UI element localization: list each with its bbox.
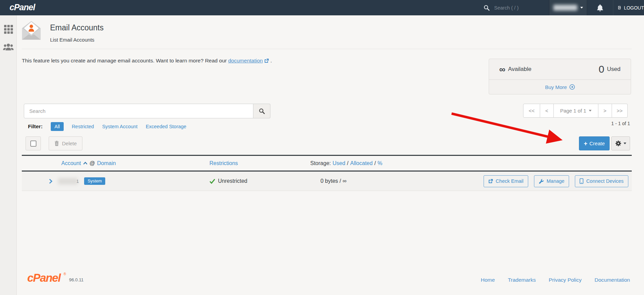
pagination-range: 1 - 1 of 1	[611, 121, 630, 126]
notifications-button[interactable]	[587, 0, 613, 15]
filter-label: Filter:	[28, 123, 43, 130]
cell-restrictions: Unrestricted	[209, 178, 308, 184]
filter-exceeded-storage[interactable]: Exceeded Storage	[146, 124, 186, 129]
sort-allocated-link[interactable]: Allocated	[350, 160, 373, 166]
documentation-link[interactable]: documentation	[228, 58, 269, 64]
footer-link-home[interactable]: Home	[481, 277, 495, 283]
logout-icon	[618, 5, 622, 10]
header-account-domain: Account @ Domain	[22, 160, 209, 166]
sidebar-item-user-manager[interactable]	[0, 38, 17, 56]
sort-restrictions-link[interactable]: Restrictions	[209, 160, 238, 166]
header-restrictions: Restrictions	[209, 160, 308, 166]
header-divider	[22, 49, 632, 49]
quota-available: ∞ Available	[499, 65, 532, 74]
check-email-label: Check Email	[496, 178, 523, 184]
page-next-button[interactable]: >	[598, 104, 612, 118]
quota-used: 0 Used	[599, 64, 621, 74]
sort-asc-icon	[83, 162, 88, 165]
cpanel-logo: cPanel	[10, 2, 35, 12]
header-storage: Storage: Used / Allocated / %	[308, 160, 407, 166]
wrench-icon	[539, 179, 544, 184]
logout-label: LOGOUT	[624, 5, 644, 11]
cell-actions: Check Email Manage Connect Devices	[407, 175, 632, 187]
footer-links: Home Trademarks Privacy Policy Documenta…	[481, 277, 630, 283]
external-link-icon	[264, 58, 269, 63]
used-label: Used	[607, 66, 621, 73]
page-subtitle: List Email Accounts	[50, 37, 94, 43]
app-grid-icon	[4, 25, 13, 34]
check-email-button[interactable]: Check Email	[484, 175, 528, 187]
cpanel-email-accounts-page: cPanel Search ( / ) LOGOUT	[0, 0, 644, 295]
footer-link-privacy-policy[interactable]: Privacy Policy	[549, 277, 581, 283]
mobile-icon	[580, 178, 583, 184]
table-header-row: Account @ Domain Restrictions Storage: U…	[22, 155, 632, 172]
gear-icon	[615, 141, 621, 146]
page-title: Email Accounts	[50, 23, 104, 32]
infinity-symbol: ∞	[499, 65, 505, 74]
footer-link-documentation[interactable]: Documentation	[595, 277, 630, 283]
quota-summary: ∞ Available 0 Used	[489, 59, 631, 80]
footer-link-trademarks[interactable]: Trademarks	[508, 277, 536, 283]
registered-mark: ®	[63, 272, 66, 276]
description-text: This feature lets you create and manage …	[22, 58, 227, 63]
redacted-account-name	[58, 178, 78, 185]
restrictions-value: Unrestricted	[218, 178, 247, 184]
trash-icon	[54, 141, 59, 146]
user-group-icon	[3, 43, 14, 51]
select-all-checkbox-button[interactable]	[26, 136, 41, 150]
filter-bar: Filter: All Restricted System Account Ex…	[28, 122, 186, 131]
filter-restricted[interactable]: Restricted	[72, 124, 94, 129]
version-number: 96.0.11	[69, 277, 83, 283]
separator: /	[374, 160, 376, 166]
delete-label: Delete	[62, 141, 77, 146]
buy-more-link[interactable]: Buy More	[545, 84, 575, 90]
search-input[interactable]	[24, 104, 253, 118]
search-button[interactable]	[253, 104, 270, 118]
sort-account-link[interactable]: Account	[61, 160, 81, 166]
footer-brand: cPanel ® 96.0.11	[27, 272, 83, 283]
delete-button[interactable]: Delete	[49, 136, 82, 150]
check-icon	[209, 179, 215, 184]
user-menu[interactable]	[549, 0, 587, 15]
manage-label: Manage	[547, 178, 564, 184]
sort-used-link[interactable]: Used	[332, 160, 345, 166]
redacted-username	[553, 5, 577, 11]
topbar: cPanel Search ( / ) LOGOUT	[0, 0, 644, 15]
description-period: .	[270, 58, 272, 63]
plus-icon: +	[584, 141, 587, 147]
chevron-down-icon	[624, 143, 626, 144]
manage-button[interactable]: Manage	[534, 175, 569, 187]
cell-storage: 0 bytes / ∞	[308, 178, 407, 184]
expand-row-chevron-icon[interactable]	[49, 179, 52, 184]
filter-system-account[interactable]: System Account	[102, 124, 138, 129]
bell-icon	[597, 4, 603, 11]
quota-panel: ∞ Available 0 Used Buy More	[489, 59, 631, 94]
sort-percent-link[interactable]: %	[378, 160, 382, 166]
available-label: Available	[508, 66, 532, 73]
page-first-button[interactable]: <<	[523, 104, 540, 118]
page-last-button[interactable]: >>	[612, 104, 628, 118]
page-prev-button[interactable]: <	[540, 104, 554, 118]
create-button[interactable]: + Create	[579, 136, 610, 150]
connect-devices-button[interactable]: Connect Devices	[575, 175, 628, 187]
sidebar-item-tools[interactable]	[0, 20, 17, 38]
connect-devices-label: Connect Devices	[586, 178, 624, 184]
global-search[interactable]: Search ( / )	[484, 0, 519, 15]
external-link-icon	[488, 179, 493, 183]
cell-account: 1 System	[22, 177, 209, 185]
create-toolbar: + Create	[579, 136, 630, 150]
filter-all[interactable]: All	[51, 122, 64, 131]
documentation-link-label: documentation	[228, 58, 263, 64]
global-search-placeholder: Search ( / )	[494, 5, 519, 11]
logout-button[interactable]: LOGOUT	[613, 0, 644, 15]
settings-button[interactable]	[611, 136, 630, 150]
checkbox[interactable]	[30, 141, 36, 147]
sort-domain-link[interactable]: Domain	[97, 160, 116, 166]
storage-label: Storage:	[310, 160, 331, 166]
create-label: Create	[590, 141, 605, 146]
sidebar	[0, 15, 17, 295]
page-selector-label: Page 1 of 1	[560, 108, 586, 114]
separator: /	[347, 160, 348, 166]
page-selector[interactable]: Page 1 of 1	[554, 104, 598, 118]
buy-more-label: Buy More	[545, 84, 567, 90]
